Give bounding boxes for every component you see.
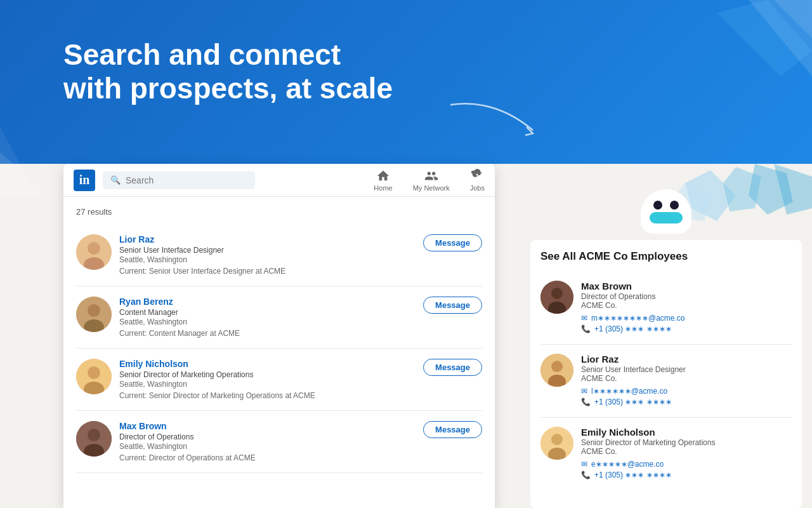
employee-title: Senior User Interface Designer (581, 365, 792, 374)
search-icon: 🔍 (110, 175, 121, 185)
svg-point-29 (551, 434, 563, 445)
nav-home[interactable]: Home (374, 169, 392, 192)
result-name: Max Brown (119, 421, 416, 431)
avatar (76, 234, 112, 270)
message-button[interactable]: Message (423, 359, 482, 376)
robot-illustration (520, 164, 812, 240)
result-current: Current: Director of Operations at ACME (119, 453, 416, 462)
results-list: 27 results Lior Raz Senior User Interfac… (63, 197, 495, 508)
phone-icon: 📞 (581, 324, 591, 333)
linkedin-mockup: in 🔍 Home My Network Jobs 27 results (63, 164, 495, 508)
result-title: Senior Director of Marketing Operations (119, 370, 416, 379)
search-bar[interactable]: 🔍 (103, 171, 255, 189)
result-title: Director of Operations (119, 432, 416, 441)
result-name: Ryan Berenz (119, 297, 416, 307)
phone-icon: 📞 (581, 398, 591, 406)
employee-company: ACME Co. (581, 301, 792, 310)
svg-point-15 (88, 429, 100, 441)
employee-email: ✉ m∗∗∗∗∗∗∗∗@acme.co (581, 314, 792, 323)
employee-info: Max Brown Director of Operations ACME Co… (581, 281, 792, 335)
robot-eye-left (653, 201, 662, 210)
result-title: Senior User Interface Designer (119, 246, 416, 255)
employee-email: ✉ l∗∗∗∗∗∗@acme.co (581, 387, 792, 396)
linkedin-logo: in (74, 170, 95, 191)
table-row: Emily Nicholson Senior Director of Marke… (76, 349, 482, 411)
phone-icon: 📞 (581, 471, 591, 479)
avatar (540, 281, 573, 314)
result-location: Seattle, Washington (119, 442, 416, 451)
employee-title: Senior Director of Marketing Operations (581, 438, 792, 447)
nav-network[interactable]: My Network (413, 169, 450, 192)
avatar (76, 297, 112, 332)
employee-name: Lior Raz (581, 354, 792, 364)
result-location: Seattle, Washington (119, 318, 416, 326)
search-input[interactable] (126, 175, 247, 185)
result-actions: Message (423, 421, 482, 438)
list-item: Lior Raz Senior User Interface Designer … (540, 345, 792, 418)
message-button[interactable]: Message (423, 421, 482, 438)
result-info: Ryan Berenz Content Manager Seattle, Was… (119, 297, 416, 338)
table-row: Ryan Berenz Content Manager Seattle, Was… (76, 286, 482, 349)
employee-title: Director of Operations (581, 292, 792, 301)
linkedin-nav: in 🔍 Home My Network Jobs (63, 164, 495, 197)
table-row: Lior Raz Senior User Interface Designer … (76, 224, 482, 286)
deco-triangles-top-right (622, 0, 812, 127)
message-button[interactable]: Message (423, 297, 482, 314)
employee-phone: 📞 +1 (305) ∗∗∗ ∗∗∗∗ (581, 324, 792, 333)
hero-section: Search and connect with prospects, at sc… (63, 38, 393, 105)
result-current: Current: Senior Director of Marketing Op… (119, 391, 416, 400)
result-title: Content Manager (119, 308, 416, 317)
result-info: Emily Nicholson Senior Director of Marke… (119, 359, 416, 400)
employee-name: Emily Nicholson (581, 427, 792, 438)
right-panel: See All ACME Co Employees Max Brown Dire… (520, 164, 812, 508)
hero-title: Search and connect with prospects, at sc… (63, 38, 393, 105)
result-current: Current: Content Manager at ACME (119, 329, 416, 338)
avatar (76, 359, 112, 394)
svg-point-6 (88, 242, 100, 255)
robot-body (641, 189, 691, 234)
result-current: Current: Senior User Interface Designer … (119, 267, 416, 276)
employees-panel: See All ACME Co Employees Max Brown Dire… (530, 240, 802, 508)
email-icon: ✉ (581, 314, 587, 323)
avatar (540, 354, 573, 387)
table-row: Max Brown Director of Operations Seattle… (76, 411, 482, 473)
employee-info: Emily Nicholson Senior Director of Marke… (581, 427, 792, 481)
result-location: Seattle, Washington (119, 255, 416, 264)
message-button[interactable]: Message (423, 234, 482, 251)
results-count: 27 results (76, 207, 482, 217)
nav-jobs[interactable]: Jobs (470, 169, 485, 192)
result-name: Lior Raz (119, 234, 416, 244)
result-actions: Message (423, 234, 482, 251)
arrow-decoration (444, 98, 571, 149)
svg-point-12 (88, 366, 100, 379)
result-name: Emily Nicholson (119, 359, 416, 369)
employee-name: Max Brown (581, 281, 792, 291)
robot-eye-right (670, 201, 679, 210)
employee-phone: 📞 +1 (305) ∗∗∗ ∗∗∗∗ (581, 471, 792, 479)
avatar (76, 421, 112, 457)
robot-eyes (653, 201, 679, 210)
svg-point-26 (551, 361, 563, 372)
result-info: Lior Raz Senior User Interface Designer … (119, 234, 416, 276)
email-icon: ✉ (581, 460, 587, 469)
list-item: Max Brown Director of Operations ACME Co… (540, 272, 792, 345)
robot-visor (650, 212, 683, 224)
result-info: Max Brown Director of Operations Seattle… (119, 421, 416, 462)
list-item: Emily Nicholson Senior Director of Marke… (540, 418, 792, 490)
employee-email: ✉ e∗∗∗∗∗@acme.co (581, 460, 792, 469)
svg-marker-4 (0, 127, 38, 197)
employees-title: See All ACME Co Employees (540, 250, 792, 263)
result-location: Seattle, Washington (119, 380, 416, 389)
avatar (540, 427, 573, 460)
result-actions: Message (423, 359, 482, 376)
employee-company: ACME Co. (581, 447, 792, 456)
employee-company: ACME Co. (581, 374, 792, 383)
result-actions: Message (423, 297, 482, 314)
employee-phone: 📞 +1 (305) ∗∗∗ ∗∗∗∗ (581, 398, 792, 406)
email-icon: ✉ (581, 387, 587, 396)
nav-items: Home My Network Jobs (374, 169, 485, 192)
employee-info: Lior Raz Senior User Interface Designer … (581, 354, 792, 408)
svg-point-23 (551, 288, 563, 299)
svg-point-9 (88, 304, 100, 317)
